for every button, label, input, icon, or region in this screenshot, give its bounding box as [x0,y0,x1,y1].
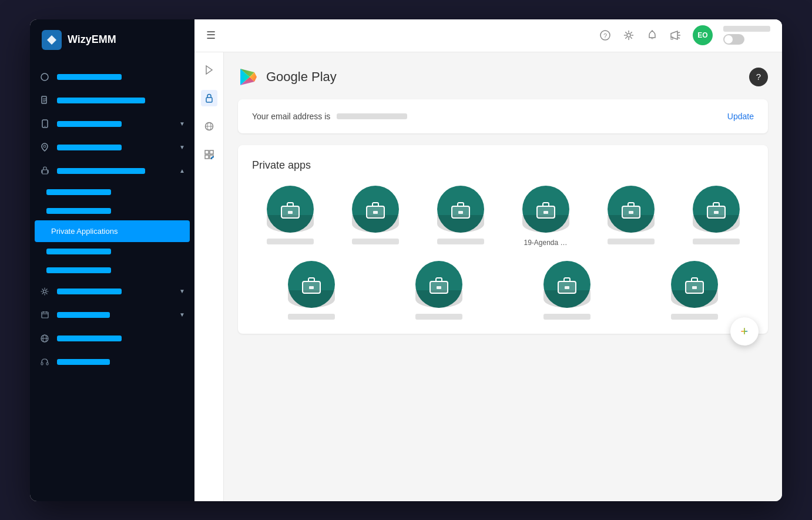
app-item-1[interactable] [252,186,328,247]
svg-rect-20 [46,363,48,365]
sidebar-label-2 [57,98,145,103]
svg-rect-50 [458,211,463,214]
app-icon-2 [352,186,399,233]
app-icon-8 [415,261,462,308]
topbar: ☰ ? EO [194,19,782,52]
sidebar: WizyEMM [30,19,194,501]
sidebar-label-4 [57,145,122,150]
apps-grid-row1: 19-Agenda … [252,186,754,247]
svg-rect-36 [205,155,209,159]
app-item-8[interactable] [380,261,499,320]
main-window: WizyEMM [30,19,782,501]
app-icon-5 [608,186,655,233]
globe-icon [39,333,50,344]
app-item-9[interactable] [508,261,626,320]
file-icon [39,95,50,106]
subnav-grid-icon[interactable] [201,146,217,163]
svg-rect-58 [309,286,314,289]
sidebar-item-globe[interactable] [30,327,194,350]
settings-topbar-icon[interactable] [622,29,635,42]
sidebar-subitem-10[interactable] [30,261,194,280]
chevron-down-icon-11: ▼ [179,288,185,294]
google-play-icon [238,66,259,88]
announcement-icon[interactable] [669,29,682,42]
main-page-content: Google Play ? Your email address is Upda… [224,52,782,501]
sidebar-subitem-9[interactable] [30,242,194,261]
sidebar-label-5 [57,168,145,174]
app-item-5[interactable] [593,186,669,247]
circle-icon [39,72,50,82]
subnav-play-icon[interactable] [201,62,217,78]
update-link[interactable]: Update [727,112,754,121]
app-name-bar-1 [267,239,314,244]
app-name-bar-3 [437,239,484,244]
app-item-6[interactable] [678,186,754,247]
gear-icon [39,286,50,297]
app-name-bar-5 [608,239,655,244]
add-app-fab[interactable]: + [730,317,759,345]
svg-point-7 [44,126,45,127]
app-name-bar-2 [352,239,399,244]
google-play-brand: Google Play [238,66,337,88]
svg-rect-12 [42,312,48,318]
calendar-icon [39,310,50,320]
private-apps-label: Private Applications [51,227,118,236]
app-item-4[interactable]: 19-Agenda … [508,186,583,247]
sidebar-item-2[interactable] [30,89,194,112]
help-topbar-icon[interactable]: ? [599,29,612,42]
svg-line-26 [677,32,680,33]
page-header: Google Play ? [238,66,768,88]
sidebar-nav: ▼ ▼ ▲ [30,61,194,501]
sidebar-label-6 [46,189,111,195]
svg-rect-34 [205,150,209,154]
app-icon-7 [288,261,335,308]
sidebar-subitem-7[interactable] [30,202,194,220]
svg-marker-0 [47,35,56,45]
sidebar-label-9 [46,249,111,254]
svg-rect-64 [692,286,697,289]
svg-rect-60 [437,286,441,289]
chevron-down-icon-4: ▼ [179,144,185,150]
sidebar-item-1[interactable] [30,65,194,89]
notification-icon[interactable] [646,29,659,42]
sidebar-item-5[interactable]: ▲ [30,159,194,183]
sidebar-label-11 [57,288,122,294]
email-text: Your email address is [252,111,407,122]
menu-toggle-icon[interactable]: ☰ [206,29,216,42]
sidebar-item-settings[interactable]: ▼ [30,280,194,303]
email-card: Your email address is Update [238,99,768,133]
app-item-7[interactable] [252,261,371,320]
app-icon-9 [543,261,590,308]
sidebar-item-headset[interactable] [30,350,194,374]
svg-rect-46 [288,211,293,214]
sidebar-item-calendar[interactable]: ▼ [30,303,194,327]
app-name-bar-10 [671,314,718,320]
svg-rect-48 [373,211,378,214]
sidebar-item-3[interactable]: ▼ [30,112,194,136]
sidebar-item-4[interactable]: ▼ [30,136,194,159]
app-item-10[interactable] [636,261,754,320]
subnav-lock-icon[interactable] [201,90,217,106]
app-item-2[interactable] [337,186,413,247]
sidebar-subitem-private-apps[interactable]: Private Applications [35,220,190,242]
user-toggle[interactable] [723,34,744,45]
svg-point-8 [43,145,46,147]
app-item-3[interactable] [422,186,498,247]
sidebar-label-13 [57,336,122,341]
svg-marker-29 [206,66,212,74]
subnav-globe-icon[interactable] [201,118,217,135]
chevron-down-icon: ▼ [179,120,185,127]
sidebar-label-1 [57,74,122,80]
svg-text:?: ? [603,32,607,39]
svg-rect-56 [714,211,719,214]
user-avatar[interactable]: EO [693,25,713,45]
apps-grid-row2 [252,261,754,320]
sidebar-label-12 [57,312,110,318]
svg-point-24 [652,30,653,31]
svg-point-11 [43,290,46,293]
logo-text: WizyEMM [68,33,116,46]
email-value-bar [337,113,407,119]
sidebar-subitem-6[interactable] [30,183,194,202]
help-button[interactable]: ? [749,68,768,86]
page-area: Google Play ? Your email address is Upda… [194,52,782,501]
